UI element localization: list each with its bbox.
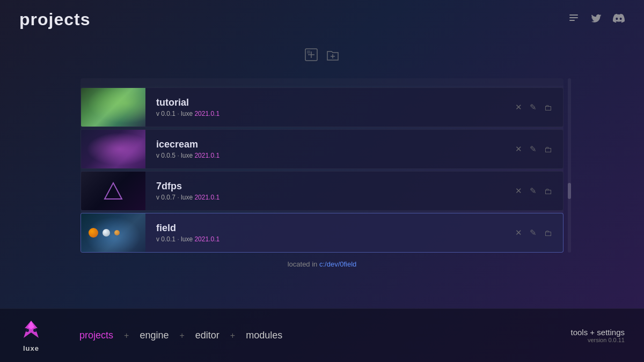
project-actions-icecream: ✕ ✎ 🗀 bbox=[515, 144, 563, 154]
main-content: tutorial v 0.0.1 · luxe 2021.0.1 ✕ ✎ 🗀 bbox=[80, 43, 564, 274]
nav-item-engine[interactable]: engine bbox=[135, 328, 173, 343]
tools-settings-button[interactable]: tools + settings bbox=[571, 328, 625, 337]
delete-button[interactable]: ✕ bbox=[515, 102, 522, 112]
svg-rect-1 bbox=[569, 17, 578, 18]
project-meta: v 0.0.7 · luxe 2021.0.1 bbox=[156, 194, 504, 201]
project-meta: v 0.0.1 · luxe 2021.0.1 bbox=[156, 110, 504, 117]
folder-button[interactable]: 🗀 bbox=[544, 228, 552, 238]
logo-text: luxe bbox=[23, 344, 39, 352]
project-info-7dfps: 7dfps v 0.0.7 · luxe 2021.0.1 bbox=[145, 181, 515, 201]
list-item[interactable]: tutorial v 0.0.1 · luxe 2021.0.1 ✕ ✎ 🗀 bbox=[80, 87, 564, 127]
field-ball-white bbox=[103, 229, 110, 237]
project-info-tutorial: tutorial v 0.0.1 · luxe 2021.0.1 bbox=[145, 97, 515, 117]
edit-button[interactable]: ✎ bbox=[530, 102, 537, 112]
project-list: tutorial v 0.0.1 · luxe 2021.0.1 ✕ ✎ 🗀 bbox=[80, 78, 564, 253]
nav-item-editor[interactable]: editor bbox=[191, 328, 224, 343]
svg-rect-2 bbox=[569, 20, 575, 21]
list-item-active[interactable]: field v 0.0.1 · luxe 2021.0.1 ✕ ✎ 🗀 bbox=[80, 213, 564, 253]
delete-button[interactable]: ✕ bbox=[515, 144, 522, 154]
project-thumbnail-7dfps bbox=[81, 172, 145, 210]
footer: luxe projects + engine + editor + module… bbox=[0, 308, 644, 362]
project-name: 7dfps bbox=[156, 181, 504, 192]
svg-rect-0 bbox=[569, 14, 578, 16]
toolbar bbox=[80, 43, 564, 70]
project-list-container: tutorial v 0.0.1 · luxe 2021.0.1 ✕ ✎ 🗀 bbox=[80, 78, 564, 253]
folder-button[interactable]: 🗀 bbox=[544, 103, 552, 112]
nav-plus-2: + bbox=[177, 331, 186, 341]
edit-button[interactable]: ✎ bbox=[530, 144, 537, 154]
list-item[interactable]: 7dfps v 0.0.7 · luxe 2021.0.1 ✕ ✎ 🗀 bbox=[80, 171, 564, 211]
delete-button[interactable]: ✕ bbox=[515, 186, 522, 196]
project-actions-7dfps: ✕ ✎ 🗀 bbox=[515, 186, 563, 196]
field-ball-orange bbox=[89, 228, 98, 238]
nav-plus-1: + bbox=[122, 331, 131, 341]
scrollbar-thumb[interactable] bbox=[568, 183, 571, 199]
folder-button[interactable]: 🗀 bbox=[544, 187, 552, 196]
field-ball-small-orange bbox=[114, 230, 120, 235]
location-bar: located in c:/dev/0field bbox=[80, 255, 564, 274]
footer-nav: projects + engine + editor + modules bbox=[75, 328, 571, 343]
discord-icon[interactable] bbox=[613, 12, 625, 27]
svg-point-11 bbox=[33, 329, 36, 332]
nav-item-projects[interactable]: projects bbox=[75, 328, 118, 343]
nav-item-modules[interactable]: modules bbox=[241, 328, 287, 343]
svg-marker-9 bbox=[105, 183, 122, 199]
header-icons bbox=[568, 12, 625, 27]
project-thumbnail-tutorial bbox=[81, 88, 145, 127]
project-info-field: field v 0.0.1 · luxe 2021.0.1 bbox=[145, 223, 515, 243]
edit-button[interactable]: ✎ bbox=[530, 186, 537, 196]
version-label: version 0.0.11 bbox=[571, 337, 625, 343]
project-thumbnail-icecream bbox=[81, 130, 145, 168]
folder-button[interactable]: 🗀 bbox=[544, 145, 552, 154]
project-actions-field: ✕ ✎ 🗀 bbox=[515, 228, 563, 238]
scrollbar-track[interactable] bbox=[568, 78, 571, 253]
project-name: icecream bbox=[156, 139, 504, 150]
twitter-icon[interactable] bbox=[590, 12, 602, 27]
location-path: c:/dev/0field bbox=[319, 260, 356, 268]
scroll-hint bbox=[80, 78, 564, 86]
project-meta: v 0.0.5 · luxe 2021.0.1 bbox=[156, 152, 504, 159]
edit-button[interactable]: ✎ bbox=[530, 228, 537, 238]
new-from-template-button[interactable] bbox=[304, 47, 319, 65]
project-actions-tutorial: ✕ ✎ 🗀 bbox=[515, 102, 563, 112]
header: projects bbox=[0, 0, 644, 39]
new-project-button[interactable] bbox=[325, 47, 340, 65]
delete-button[interactable]: ✕ bbox=[515, 228, 522, 238]
list-item[interactable]: icecream v 0.0.5 · luxe 2021.0.1 ✕ ✎ 🗀 bbox=[80, 129, 564, 169]
svg-point-10 bbox=[26, 329, 29, 332]
project-name: tutorial bbox=[156, 97, 504, 108]
document-icon[interactable] bbox=[568, 12, 580, 27]
project-thumbnail-field bbox=[81, 213, 145, 252]
project-info-icecream: icecream v 0.0.5 · luxe 2021.0.1 bbox=[145, 139, 515, 159]
footer-logo: luxe bbox=[19, 319, 43, 352]
svg-rect-6 bbox=[307, 50, 310, 54]
nav-plus-3: + bbox=[228, 331, 237, 341]
footer-right: tools + settings version 0.0.11 bbox=[571, 328, 625, 343]
project-meta: v 0.0.1 · luxe 2021.0.1 bbox=[156, 235, 504, 243]
luxe-logo-icon bbox=[19, 319, 43, 342]
page-title: projects bbox=[19, 10, 90, 29]
project-name: field bbox=[156, 223, 504, 234]
